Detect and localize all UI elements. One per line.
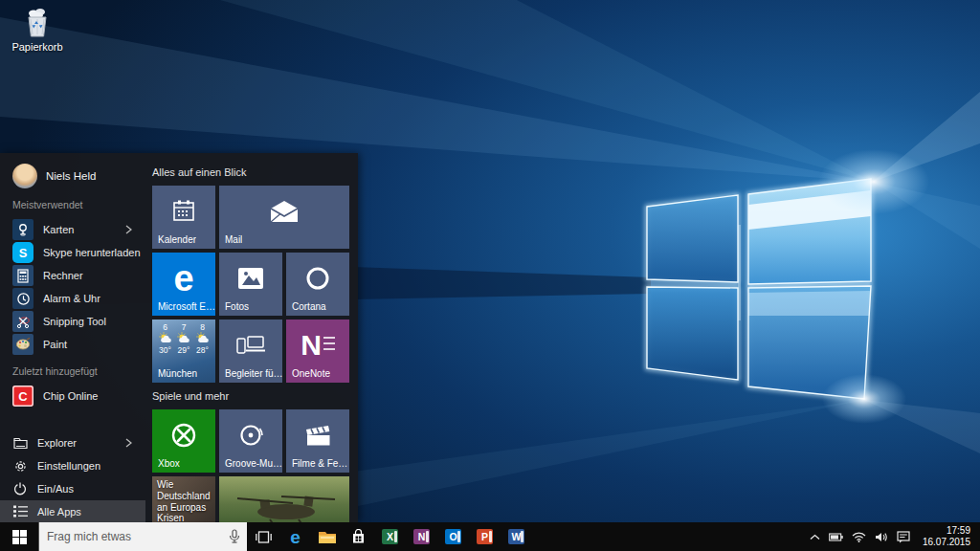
search-input[interactable] [39, 529, 221, 544]
microphone-icon[interactable] [229, 529, 240, 544]
clock-time: 17:59 [923, 525, 970, 538]
calculator-icon [12, 265, 33, 286]
edge-icon: e [290, 528, 301, 546]
recycle-bin-icon [6, 6, 69, 40]
section-recently-added: Zuletzt hinzugefügt [12, 365, 145, 379]
taskbar-outlook[interactable]: O [437, 522, 469, 551]
mail-icon [219, 186, 349, 237]
chevron-right-icon [125, 438, 132, 448]
clock-icon [12, 288, 33, 309]
clock-date: 16.07.2015 [923, 537, 970, 549]
powerpoint-icon: P [477, 529, 493, 544]
cortana-icon [286, 253, 349, 304]
taskbar-edge[interactable]: e [279, 522, 311, 551]
maps-icon [12, 219, 33, 240]
tile-filme[interactable]: Filme & Ferns... [286, 409, 349, 473]
recycle-bin[interactable]: Papierkorb [6, 6, 69, 53]
menu-item-skype[interactable]: S Skype herunterladen [12, 241, 145, 264]
menu-item-alarm[interactable]: Alarm & Uhr [12, 287, 145, 310]
start-button[interactable] [0, 522, 38, 551]
volume-icon[interactable] [875, 532, 888, 542]
store-bag-icon [351, 529, 366, 544]
section-most-used: Meistverwendet [12, 199, 145, 212]
all-apps-icon [12, 505, 28, 518]
system-tray: 17:59 16.07.2015 [810, 525, 980, 549]
tile-news-photo[interactable] [219, 476, 349, 522]
task-view-button[interactable] [247, 522, 279, 551]
taskbar-powerpoint[interactable]: P [469, 522, 501, 551]
edge-icon: e [152, 253, 215, 304]
onenote-icon: N [413, 529, 430, 544]
folder-icon [319, 530, 336, 543]
clapperboard-icon [286, 409, 349, 461]
chevron-right-icon [125, 225, 132, 234]
menu-item-karten[interactable]: Karten [12, 218, 145, 241]
taskbar-file-explorer[interactable] [311, 522, 343, 551]
user-account[interactable]: Niels Held [12, 163, 145, 189]
outlook-icon: O [445, 529, 461, 544]
helicopter-photo [219, 476, 349, 522]
tile-mail[interactable]: Mail [219, 186, 349, 249]
power-icon [12, 482, 28, 496]
tile-xbox[interactable]: Xbox [152, 409, 215, 473]
taskbar: e X N O P W [0, 522, 980, 551]
windows-desktop: Papierkorb Niels Held Meistverwendet Kar… [0, 0, 980, 551]
windows-logo-icon [12, 530, 27, 544]
menu-item-paint[interactable]: Paint [12, 333, 145, 356]
taskbar-store[interactable] [343, 522, 374, 551]
battery-icon[interactable] [829, 533, 843, 541]
taskbar-onenote[interactable]: N [406, 522, 437, 551]
tile-microsoft-edge[interactable]: e Microsoft Edge [152, 253, 215, 316]
menu-item-einstellungen[interactable]: Einstellungen [12, 454, 145, 477]
tile-fotos[interactable]: Fotos [219, 253, 282, 316]
start-menu-left-column: Niels Held Meistverwendet Karten S Skype… [0, 153, 145, 522]
menu-item-explorer[interactable]: Explorer [12, 431, 145, 454]
recycle-bin-label: Papierkorb [6, 41, 69, 53]
weather-forecast: 6 30° 7 29° 8 28° [156, 322, 212, 355]
taskbar-clock[interactable]: 17:59 16.07.2015 [923, 525, 970, 549]
tile-weather-muenchen[interactable]: 6 30° 7 29° 8 28° [152, 320, 215, 383]
menu-item-chip-online[interactable]: C Chip Online [12, 385, 145, 408]
start-menu: Niels Held Meistverwendet Karten S Skype… [0, 153, 358, 522]
menu-item-rechner[interactable]: Rechner [12, 264, 145, 287]
tile-news[interactable]: Wie Deutschland an Europas Krisen verdie… [152, 476, 215, 522]
word-icon: W [508, 529, 524, 544]
phone-laptop-icon [219, 320, 282, 371]
taskbar-word[interactable]: W [501, 522, 532, 551]
tile-section-header-1: Alles auf einen Blick [152, 166, 349, 180]
tile-cortana[interactable]: Cortana [286, 253, 349, 316]
onenote-icon: N [286, 320, 349, 371]
tile-begleiter[interactable]: Begleiter für T... [219, 320, 282, 383]
excel-icon: X [382, 529, 398, 544]
user-name: Niels Held [46, 170, 96, 182]
wifi-icon[interactable] [852, 532, 866, 542]
calendar-icon [152, 186, 215, 237]
menu-item-power[interactable]: Ein/Aus [12, 477, 145, 500]
tray-expand-chevron[interactable] [810, 534, 820, 540]
action-center-icon[interactable] [897, 531, 910, 543]
xbox-icon [152, 409, 215, 461]
scissors-icon [12, 311, 33, 332]
news-headline: Wie Deutschland an Europas Krisen verdie… [157, 479, 212, 522]
tile-groove-musik[interactable]: Groove-Musik [219, 409, 282, 473]
tile-onenote[interactable]: N OneNote [286, 320, 349, 383]
user-avatar [12, 164, 37, 188]
paint-palette-icon [12, 334, 33, 355]
folder-icon [12, 437, 28, 450]
chip-online-icon: C [12, 386, 33, 407]
start-menu-tiles: Alles auf einen Blick Kalender Mail [152, 153, 349, 522]
sun-cloud-icon [158, 332, 173, 344]
photos-icon [219, 253, 282, 304]
sun-cloud-icon [195, 332, 211, 344]
taskbar-excel[interactable]: X [374, 522, 406, 551]
tile-section-header-2: Spiele und mehr [152, 390, 349, 404]
tile-kalender[interactable]: Kalender [152, 186, 215, 249]
groove-icon [219, 409, 282, 461]
menu-item-snipping-tool[interactable]: Snipping Tool [12, 310, 145, 333]
sun-cloud-icon [176, 332, 191, 344]
skype-icon: S [12, 242, 33, 263]
gear-icon [12, 459, 28, 474]
search-box[interactable] [38, 522, 247, 551]
menu-item-alle-apps[interactable]: Alle Apps [0, 500, 145, 522]
